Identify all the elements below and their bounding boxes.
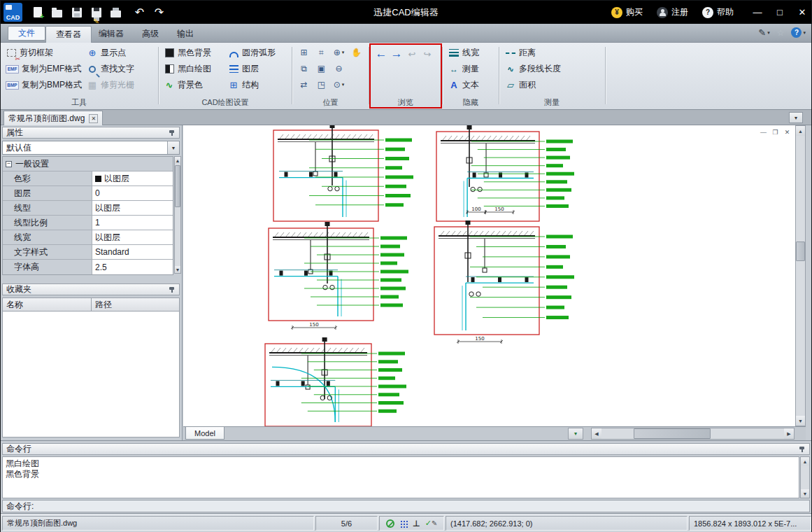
command-history[interactable]: 黑白绘图 黑色背景 bbox=[2, 456, 799, 498]
scroll-thumb[interactable] bbox=[796, 241, 805, 261]
scroll-down-icon[interactable] bbox=[796, 416, 805, 426]
favorites-header[interactable]: 收藏夹 bbox=[2, 284, 180, 295]
edit-check-icon[interactable] bbox=[425, 519, 438, 528]
measure-polyline-button[interactable]: 多段线长度 bbox=[503, 61, 563, 77]
property-value[interactable]: 1 bbox=[92, 216, 173, 230]
tab-viewer[interactable]: 查看器 bbox=[45, 26, 92, 43]
browse-back-icon[interactable] bbox=[376, 48, 387, 59]
black-background-button[interactable]: 黑色背景 bbox=[162, 45, 213, 61]
browse-forward-icon[interactable] bbox=[391, 48, 402, 59]
pin-icon[interactable] bbox=[799, 446, 806, 453]
layers-button[interactable]: 图层 bbox=[226, 61, 278, 77]
canvas-vertical-scrollbar[interactable] bbox=[795, 125, 806, 426]
structure-button[interactable]: 结构 bbox=[226, 77, 278, 93]
favorites-list[interactable] bbox=[2, 312, 180, 438]
new-file-button[interactable] bbox=[29, 4, 46, 21]
save-button[interactable] bbox=[68, 4, 85, 21]
scroll-down-icon[interactable] bbox=[175, 266, 180, 273]
drawing-canvas[interactable]: 100150150150 — ❐ ✕ bbox=[183, 125, 795, 426]
property-value[interactable]: 以图层 bbox=[92, 172, 173, 186]
close-button[interactable]: ✕ bbox=[792, 1, 812, 24]
maximize-button[interactable]: □ bbox=[770, 1, 790, 24]
measure-area-button[interactable]: 面积 bbox=[503, 77, 563, 93]
hide-text-button[interactable]: 文本 bbox=[446, 77, 481, 93]
child-minimize-icon[interactable]: — bbox=[758, 128, 769, 136]
tab-editor[interactable]: 编辑器 bbox=[89, 26, 134, 43]
scroll-down-icon[interactable] bbox=[801, 489, 809, 498]
model-tab[interactable]: Model bbox=[185, 427, 225, 440]
layout-dropdown-button[interactable] bbox=[568, 428, 583, 440]
show-points-button[interactable]: 显示点 bbox=[85, 45, 136, 61]
document-list-dropdown[interactable] bbox=[789, 112, 803, 123]
scroll-thumb[interactable] bbox=[634, 428, 711, 439]
background-color-button[interactable]: 背景色 bbox=[162, 77, 213, 93]
tab-advanced[interactable]: 高级 bbox=[132, 26, 169, 43]
child-close-icon[interactable]: ✕ bbox=[782, 128, 792, 136]
scroll-left-icon[interactable] bbox=[592, 428, 601, 439]
zoom-in-icon[interactable] bbox=[331, 45, 347, 59]
register-button[interactable]: 注册 bbox=[657, 1, 688, 24]
smooth-arc-button[interactable]: 圆滑弧形 bbox=[226, 45, 278, 61]
dropdown-arrow-icon[interactable] bbox=[167, 141, 179, 154]
hide-measure-button[interactable]: 测量 bbox=[446, 61, 481, 77]
command-scrollbar[interactable] bbox=[800, 456, 810, 498]
property-value[interactable]: 以图层 bbox=[92, 230, 173, 244]
command-header[interactable]: 命令行 bbox=[2, 443, 810, 455]
command-input-row[interactable]: 命令行: bbox=[2, 500, 810, 512]
measure-distance-button[interactable]: 距离 bbox=[503, 45, 563, 61]
undo-button[interactable] bbox=[131, 4, 148, 21]
help-menu-button[interactable]: ? bbox=[791, 27, 806, 38]
tab-output[interactable]: 输出 bbox=[167, 26, 204, 43]
property-section-row[interactable]: 一般设置 bbox=[3, 157, 173, 172]
pan-icon[interactable] bbox=[348, 45, 364, 59]
ortho-icon[interactable] bbox=[413, 519, 420, 528]
open-file-button[interactable] bbox=[48, 4, 66, 21]
preset-dropdown[interactable]: 默认值 bbox=[2, 141, 180, 155]
document-tab[interactable]: 常规吊顶剖面图.dwg bbox=[3, 111, 103, 125]
property-value[interactable]: Standard bbox=[92, 245, 173, 259]
tab-file[interactable]: 文件 bbox=[8, 26, 45, 41]
favorites-col-path[interactable]: 路径 bbox=[92, 298, 180, 312]
redo-button[interactable] bbox=[150, 4, 168, 21]
minimize-button[interactable]: — bbox=[748, 1, 767, 24]
zoom-window-icon[interactable] bbox=[313, 45, 329, 59]
property-value[interactable]: 0 bbox=[92, 186, 173, 200]
scroll-thumb[interactable] bbox=[175, 165, 180, 207]
grid-snap-icon[interactable] bbox=[399, 519, 408, 528]
find-text-button[interactable]: 查找文字 bbox=[85, 61, 136, 77]
clip-frame-button[interactable]: 剪切框架 bbox=[3, 45, 84, 61]
hide-linewidth-button[interactable]: 线宽 bbox=[446, 45, 481, 61]
scroll-up-icon[interactable] bbox=[175, 157, 180, 164]
child-restore-icon[interactable]: ❐ bbox=[770, 128, 781, 136]
properties-header[interactable]: 属性 bbox=[2, 127, 180, 139]
viewport-icon[interactable] bbox=[296, 45, 312, 59]
draworder-icon[interactable] bbox=[386, 519, 394, 528]
scroll-right-icon[interactable] bbox=[784, 428, 794, 439]
zoom-extents-icon[interactable] bbox=[313, 77, 329, 92]
zoom-scale-icon[interactable] bbox=[331, 77, 347, 92]
pin-icon[interactable] bbox=[169, 130, 176, 136]
save-as-button[interactable] bbox=[87, 4, 105, 21]
canvas-horizontal-scrollbar[interactable] bbox=[591, 428, 795, 440]
pen-style-icon[interactable] bbox=[758, 27, 769, 38]
zoom-selected-icon[interactable] bbox=[313, 61, 329, 76]
switch-view-icon[interactable] bbox=[296, 77, 312, 92]
star-icon[interactable] bbox=[777, 28, 785, 38]
property-value[interactable]: 以图层 bbox=[92, 201, 173, 215]
collapse-icon[interactable] bbox=[6, 161, 12, 167]
copy-bmp-button[interactable]: 复制为BMP格式 bbox=[3, 77, 84, 93]
help-button[interactable]: ? 帮助 bbox=[702, 1, 734, 24]
copy-view-icon[interactable] bbox=[296, 61, 312, 76]
scroll-up-icon[interactable] bbox=[796, 126, 805, 136]
document-close-icon[interactable] bbox=[89, 114, 98, 123]
buy-button[interactable]: ¥ 购买 bbox=[611, 1, 643, 24]
bw-drawing-button[interactable]: 黑白绘图 bbox=[162, 61, 213, 77]
zoom-out-icon[interactable] bbox=[331, 61, 347, 76]
pin-icon[interactable] bbox=[169, 286, 176, 293]
scroll-up-icon[interactable] bbox=[801, 457, 809, 465]
print-button[interactable] bbox=[107, 4, 124, 21]
favorites-col-name[interactable]: 名称 bbox=[2, 298, 92, 312]
property-grid-scrollbar[interactable] bbox=[174, 156, 181, 274]
copy-emf-button[interactable]: 复制为EMF格式 bbox=[3, 61, 84, 77]
property-value[interactable]: 2.5 bbox=[92, 260, 173, 274]
